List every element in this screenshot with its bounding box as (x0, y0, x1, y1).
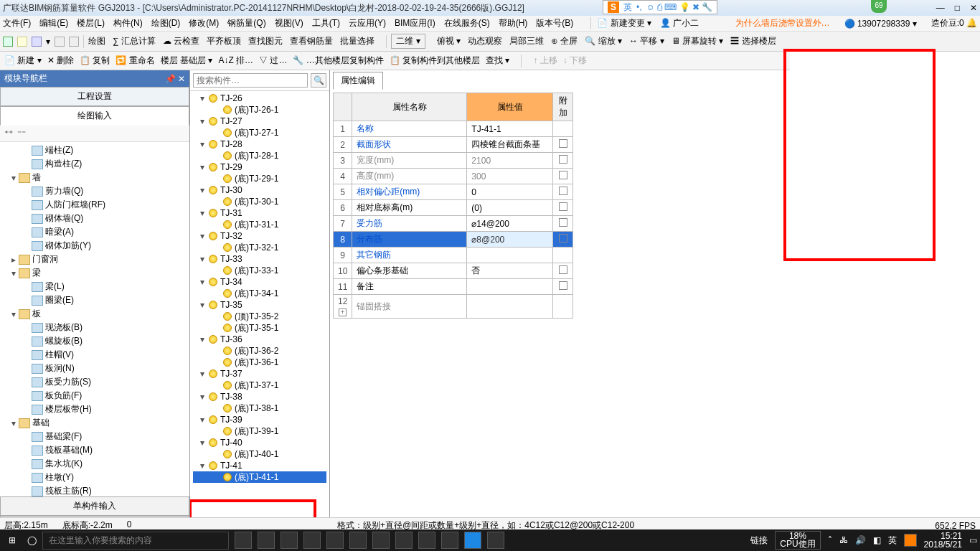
checkbox[interactable] (559, 281, 567, 290)
component-item[interactable]: ▾TJ-39 (193, 414, 326, 425)
volume-icon[interactable]: 🔊 (855, 535, 866, 545)
property-row[interactable]: 3宽度(mm)2100 (334, 153, 573, 169)
toolbar-item[interactable]: ∑ 汇总计算 (113, 36, 156, 46)
nav-tree-item[interactable]: 板负筋(F) (3, 389, 187, 402)
dim-combo[interactable]: 二维 ▾ (391, 34, 425, 49)
ime-punct[interactable]: •, (636, 2, 642, 12)
property-row[interactable]: 11备注 (334, 279, 573, 295)
view-toolbar-item[interactable]: ↔ 平移 ▾ (629, 36, 664, 46)
start-button[interactable]: ⊞ (3, 535, 22, 545)
checkbox[interactable] (559, 187, 567, 195)
view-toolbar-item[interactable]: 局部三维 (509, 36, 544, 46)
glodon-icon[interactable] (464, 532, 481, 549)
view-toolbar-item[interactable]: ☰ 选择楼层 (730, 36, 776, 46)
checkbox[interactable] (559, 139, 567, 148)
maximize-button[interactable]: □ (955, 3, 960, 13)
menu-item[interactable]: 云应用(Y) (349, 18, 386, 28)
view-toolbar-item[interactable]: 🖥 屏幕旋转 ▾ (672, 36, 724, 46)
component-item[interactable]: (底)TJ-28-1 (193, 150, 326, 161)
component-item[interactable]: (底)TJ-37-1 (193, 380, 326, 391)
taskview-icon[interactable] (235, 532, 252, 549)
property-tab[interactable]: 属性编辑 (333, 72, 383, 90)
checkbox[interactable] (559, 171, 567, 179)
component-item[interactable]: ▾TJ-37 (193, 368, 326, 380)
nav-tree-item[interactable]: 圈梁(E) (3, 293, 187, 307)
menu-item[interactable]: 文件(F) (3, 18, 31, 28)
nav-tree-item[interactable]: 构造柱(Z) (3, 157, 187, 171)
comp-toolbar-item[interactable]: 🔧 …其他楼层复制构件 (293, 55, 383, 65)
ime-toolbar[interactable]: S 英 •, ☺ ⎙ ⌨ 💡 ✖ 🔧 (603, 0, 717, 14)
app-icon-6[interactable] (487, 532, 504, 549)
component-item[interactable]: (底)TJ-40-1 (193, 448, 326, 460)
nav-tree[interactable]: 端柱(Z)构造柱(Z)▾墙剪力墙(Q)人防门框墙(RF)砌体墙(Q)暗梁(A)砌… (0, 142, 189, 496)
component-item[interactable]: (底)TJ-29-1 (193, 173, 326, 184)
clock[interactable]: 15:212018/5/21 (924, 532, 962, 549)
menu-item[interactable]: 视图(V) (275, 18, 303, 28)
component-item[interactable]: (底)TJ-35-1 (193, 322, 326, 334)
nav-move-item[interactable]: ↑ 上移 (533, 55, 557, 65)
toolbar-item[interactable]: 平齐板顶 (207, 36, 241, 46)
nav-move-item[interactable]: ↓ 下移 (563, 55, 587, 65)
nav-tree-item[interactable]: 基础梁(F) (3, 430, 187, 443)
component-item[interactable]: ▾TJ-36 (193, 334, 326, 345)
app-icon-1[interactable] (258, 532, 275, 549)
component-item[interactable]: ▾TJ-29 (193, 161, 326, 173)
pin-icon[interactable]: 📌 ✕ (165, 74, 185, 84)
comp-toolbar-item[interactable]: ✕ 删除 (47, 55, 74, 65)
undo-icon[interactable] (55, 37, 65, 47)
component-item[interactable]: (底)TJ-39-1 (193, 425, 326, 437)
nav-tree-item[interactable]: 剪力墙(Q) (3, 184, 187, 198)
view-toolbar-item[interactable]: ⊕ 全屏 (551, 36, 578, 46)
cortana-icon[interactable]: ◯ (27, 535, 37, 545)
app-icon-4[interactable] (418, 532, 435, 549)
nav-tree-item[interactable]: 板受力筋(S) (3, 375, 187, 389)
green-badge[interactable]: 69 (871, 0, 887, 13)
nav-tree-item[interactable]: 端柱(Z) (3, 143, 187, 157)
open-icon[interactable] (17, 37, 27, 47)
component-item[interactable]: (底)TJ-31-1 (193, 219, 326, 230)
single-input-button[interactable]: 单构件输入 (0, 496, 189, 516)
explorer-icon[interactable] (326, 532, 344, 549)
comp-toolbar-item[interactable]: 查找 ▾ (486, 55, 509, 65)
component-item[interactable]: (底)TJ-36-2 (193, 345, 326, 357)
component-item[interactable]: (底)TJ-32-1 (193, 242, 326, 253)
component-item[interactable]: (底)TJ-30-1 (193, 196, 326, 207)
nav-tree-item[interactable]: 人防门框墙(RF) (3, 198, 187, 212)
property-row[interactable]: 9其它钢筋 (334, 248, 573, 263)
help-link[interactable]: 为什么墙后浇带设置外… (735, 17, 830, 29)
nav-tree-item[interactable]: 楼层板带(H) (3, 402, 187, 416)
component-item[interactable]: (底)TJ-27-1 (193, 127, 326, 138)
nav-tree-item[interactable]: 板洞(N) (3, 362, 187, 375)
nav-tree-item[interactable]: 螺旋板(B) (3, 334, 187, 348)
nav-tree-item[interactable]: ▾基础 (3, 416, 187, 430)
nav-tree-item[interactable]: ▾墙 (3, 171, 187, 184)
property-row[interactable]: 10偏心条形基础否 (334, 263, 573, 279)
nav-tree-item[interactable]: 梁(L) (3, 280, 187, 293)
toolbar-item[interactable]: 批量选择 (340, 36, 374, 46)
menu-item[interactable]: 钢筋量(Q) (227, 18, 265, 28)
menu-item[interactable]: 修改(M) (189, 18, 219, 28)
comp-toolbar-item[interactable]: 📋 复制 (80, 55, 110, 65)
component-item[interactable]: ▾TJ-34 (193, 276, 326, 288)
collapse-all-icon[interactable]: ⁻⁻ (17, 128, 26, 138)
nav-tree-item[interactable]: 筏板基础(M) (3, 443, 187, 457)
search-button[interactable]: 🔍 (311, 73, 326, 88)
taskbar-search[interactable]: 在这里输入你要搜索的内容 (42, 532, 229, 550)
component-item[interactable]: (底)TJ-38-1 (193, 402, 326, 414)
minimize-button[interactable]: — (936, 3, 945, 13)
ime-icons[interactable]: ☺ ⎙ ⌨ 💡 ✖ 🔧 (646, 2, 713, 12)
tab-drawing-input[interactable]: 绘图输入 (0, 106, 189, 126)
action-center-icon[interactable]: ▭ (969, 535, 977, 545)
view-toolbar-item[interactable]: 俯视 ▾ (437, 36, 461, 46)
menu-item[interactable]: 构件(N) (113, 18, 143, 28)
nav-tree-item[interactable]: 现浇板(B) (3, 321, 187, 334)
comp-toolbar-item[interactable]: 📋 复制构件到其他楼层 (390, 55, 480, 65)
nav-tree-item[interactable]: 筏板主筋(R) (3, 484, 187, 496)
component-item[interactable]: (底)TJ-34-1 (193, 288, 326, 299)
nav-tree-item[interactable]: ▾板 (3, 307, 187, 321)
property-row[interactable]: 2截面形状四棱锥台截面条基 (334, 137, 573, 153)
edge-icon[interactable] (303, 532, 321, 549)
view-toolbar-item[interactable]: 🔍 缩放 ▾ (585, 36, 622, 46)
component-item[interactable]: ▾TJ-38 (193, 391, 326, 402)
menu-item[interactable]: 版本号(B) (536, 18, 573, 28)
